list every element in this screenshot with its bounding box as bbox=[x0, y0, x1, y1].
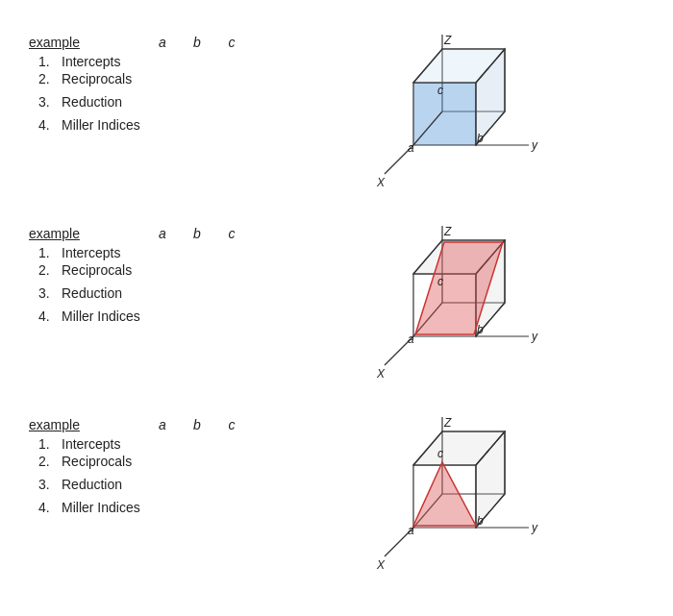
list-item-2: 2.Reciprocals bbox=[38, 71, 356, 86]
item-number: 2. bbox=[38, 71, 62, 86]
list-item-3: 3.Reduction bbox=[38, 285, 356, 301]
item-number: 4. bbox=[38, 500, 62, 515]
item-label: Intercepts bbox=[62, 245, 356, 260]
svg-text:b: b bbox=[477, 514, 484, 528]
diagram-cube-triangle: X y Z a b c bbox=[365, 417, 558, 585]
list-item-3: 3.Reduction bbox=[38, 477, 356, 492]
item-label: Reduction bbox=[62, 477, 356, 492]
svg-text:X: X bbox=[376, 176, 386, 189]
item-number: 4. bbox=[38, 308, 62, 324]
svg-text:b: b bbox=[477, 323, 484, 336]
diagram-cube-blue: X y Z a b c bbox=[365, 35, 558, 203]
item-label: Intercepts bbox=[62, 436, 356, 452]
svg-text:a: a bbox=[408, 141, 414, 155]
svg-text:a: a bbox=[408, 333, 414, 346]
svg-text:X: X bbox=[376, 367, 386, 381]
abc-label-b: b bbox=[180, 226, 214, 241]
item-label: Reciprocals bbox=[62, 262, 356, 278]
example-label: example bbox=[29, 417, 80, 432]
item-label: Intercepts bbox=[62, 54, 356, 69]
diagram-cube-red: X y Z a b c bbox=[365, 226, 558, 394]
list-item-4: 4.Miller Indices bbox=[38, 500, 356, 515]
diagram-container: X y Z a b c bbox=[356, 35, 567, 203]
abc-label-a: a bbox=[145, 417, 180, 432]
item-label: Reciprocals bbox=[62, 454, 356, 469]
abc-label-b: b bbox=[180, 417, 214, 432]
svg-text:Z: Z bbox=[443, 35, 452, 47]
section-1: exampleabc1.Intercepts2.Reciprocals3.Red… bbox=[29, 35, 644, 203]
abc-label-a: a bbox=[145, 226, 180, 241]
svg-text:y: y bbox=[531, 330, 538, 343]
item-number: 4. bbox=[38, 117, 62, 133]
svg-text:c: c bbox=[437, 275, 443, 288]
list-item-3: 3.Reduction bbox=[38, 94, 356, 110]
svg-text:c: c bbox=[437, 84, 443, 97]
diagram-container: X y Z a b c bbox=[356, 226, 567, 394]
svg-text:Z: Z bbox=[443, 226, 452, 238]
list-item-4: 4.Miller Indices bbox=[38, 308, 356, 324]
item-number: 2. bbox=[38, 262, 62, 278]
svg-text:y: y bbox=[531, 521, 538, 534]
list-item-2: 2.Reciprocals bbox=[38, 262, 356, 278]
item-number: 3. bbox=[38, 285, 62, 301]
example-label: example bbox=[29, 35, 80, 50]
list-item-1: 1.Intercepts bbox=[38, 54, 356, 69]
item-number: 1. bbox=[38, 436, 62, 452]
svg-text:y: y bbox=[531, 138, 538, 152]
list-item-1: 1.Intercepts bbox=[38, 245, 356, 260]
item-label: Reciprocals bbox=[62, 71, 356, 86]
item-number: 1. bbox=[38, 54, 62, 69]
item-label: Reduction bbox=[62, 94, 356, 110]
list-item-2: 2.Reciprocals bbox=[38, 454, 356, 469]
list-item-1: 1.Intercepts bbox=[38, 436, 356, 452]
item-label: Reduction bbox=[62, 285, 356, 301]
item-label: Miller Indices bbox=[62, 500, 356, 515]
svg-text:b: b bbox=[477, 132, 484, 145]
item-label: Miller Indices bbox=[62, 117, 356, 133]
svg-text:Z: Z bbox=[443, 417, 452, 430]
svg-text:c: c bbox=[437, 447, 443, 460]
abc-label-c: c bbox=[214, 226, 249, 241]
diagram-container: X y Z a b c bbox=[356, 417, 567, 585]
abc-label-a: a bbox=[145, 35, 180, 50]
list-item-4: 4.Miller Indices bbox=[38, 117, 356, 133]
section-2: exampleabc1.Intercepts2.Reciprocals3.Red… bbox=[29, 226, 644, 394]
svg-text:X: X bbox=[376, 558, 386, 572]
item-number: 3. bbox=[38, 477, 62, 492]
item-number: 2. bbox=[38, 454, 62, 469]
item-number: 1. bbox=[38, 245, 62, 260]
section-3: exampleabc1.Intercepts2.Reciprocals3.Red… bbox=[29, 417, 644, 585]
abc-label-c: c bbox=[214, 35, 249, 50]
abc-label-c: c bbox=[214, 417, 249, 432]
abc-label-b: b bbox=[180, 35, 214, 50]
item-label: Miller Indices bbox=[62, 308, 356, 324]
svg-marker-1 bbox=[413, 83, 476, 145]
example-label: example bbox=[29, 226, 80, 241]
svg-text:a: a bbox=[408, 524, 414, 537]
item-number: 3. bbox=[38, 94, 62, 110]
